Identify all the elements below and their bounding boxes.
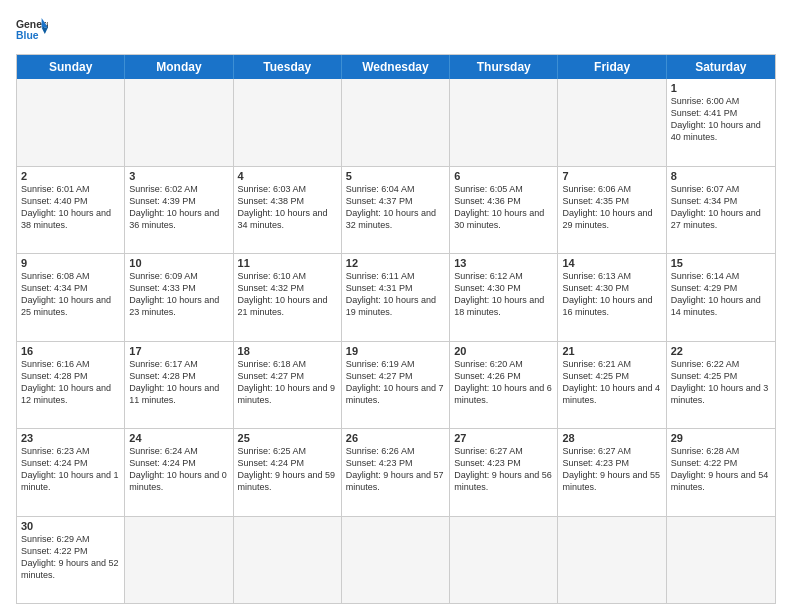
calendar-cell: 7Sunrise: 6:06 AM Sunset: 4:35 PM Daylig… [558,167,666,254]
calendar-cell: 8Sunrise: 6:07 AM Sunset: 4:34 PM Daylig… [667,167,775,254]
calendar-cell [667,517,775,604]
day-number: 3 [129,170,228,182]
svg-marker-3 [42,28,48,34]
calendar-cell [125,517,233,604]
day-number: 7 [562,170,661,182]
day-number: 12 [346,257,445,269]
calendar-row: 23Sunrise: 6:23 AM Sunset: 4:24 PM Dayli… [17,429,775,517]
calendar-row: 30Sunrise: 6:29 AM Sunset: 4:22 PM Dayli… [17,517,775,604]
calendar-cell [342,517,450,604]
calendar-cell: 17Sunrise: 6:17 AM Sunset: 4:28 PM Dayli… [125,342,233,429]
day-info: Sunrise: 6:21 AM Sunset: 4:25 PM Dayligh… [562,358,661,407]
day-number: 21 [562,345,661,357]
day-number: 24 [129,432,228,444]
day-number: 25 [238,432,337,444]
weekday-header: Sunday [17,55,125,79]
calendar-cell [450,517,558,604]
header: General Blue [16,16,776,44]
day-number: 16 [21,345,120,357]
page: General Blue SundayMondayTuesdayWednesda… [0,0,792,612]
calendar-cell: 16Sunrise: 6:16 AM Sunset: 4:28 PM Dayli… [17,342,125,429]
calendar-cell: 20Sunrise: 6:20 AM Sunset: 4:26 PM Dayli… [450,342,558,429]
calendar-cell: 24Sunrise: 6:24 AM Sunset: 4:24 PM Dayli… [125,429,233,516]
day-info: Sunrise: 6:01 AM Sunset: 4:40 PM Dayligh… [21,183,120,232]
day-info: Sunrise: 6:18 AM Sunset: 4:27 PM Dayligh… [238,358,337,407]
weekday-header: Saturday [667,55,775,79]
calendar-cell: 5Sunrise: 6:04 AM Sunset: 4:37 PM Daylig… [342,167,450,254]
day-number: 19 [346,345,445,357]
day-number: 17 [129,345,228,357]
day-info: Sunrise: 6:12 AM Sunset: 4:30 PM Dayligh… [454,270,553,319]
calendar-cell: 10Sunrise: 6:09 AM Sunset: 4:33 PM Dayli… [125,254,233,341]
calendar-cell [234,517,342,604]
calendar-cell: 23Sunrise: 6:23 AM Sunset: 4:24 PM Dayli… [17,429,125,516]
calendar-cell: 27Sunrise: 6:27 AM Sunset: 4:23 PM Dayli… [450,429,558,516]
calendar-cell: 15Sunrise: 6:14 AM Sunset: 4:29 PM Dayli… [667,254,775,341]
day-number: 14 [562,257,661,269]
day-number: 15 [671,257,771,269]
calendar-cell: 9Sunrise: 6:08 AM Sunset: 4:34 PM Daylig… [17,254,125,341]
calendar-cell: 26Sunrise: 6:26 AM Sunset: 4:23 PM Dayli… [342,429,450,516]
calendar-cell: 30Sunrise: 6:29 AM Sunset: 4:22 PM Dayli… [17,517,125,604]
day-info: Sunrise: 6:22 AM Sunset: 4:25 PM Dayligh… [671,358,771,407]
day-info: Sunrise: 6:11 AM Sunset: 4:31 PM Dayligh… [346,270,445,319]
day-number: 30 [21,520,120,532]
day-info: Sunrise: 6:08 AM Sunset: 4:34 PM Dayligh… [21,270,120,319]
day-number: 29 [671,432,771,444]
calendar-body: 1Sunrise: 6:00 AM Sunset: 4:41 PM Daylig… [17,79,775,603]
calendar-cell [558,517,666,604]
day-info: Sunrise: 6:19 AM Sunset: 4:27 PM Dayligh… [346,358,445,407]
calendar-cell: 3Sunrise: 6:02 AM Sunset: 4:39 PM Daylig… [125,167,233,254]
day-info: Sunrise: 6:23 AM Sunset: 4:24 PM Dayligh… [21,445,120,494]
day-info: Sunrise: 6:25 AM Sunset: 4:24 PM Dayligh… [238,445,337,494]
day-info: Sunrise: 6:20 AM Sunset: 4:26 PM Dayligh… [454,358,553,407]
day-number: 1 [671,82,771,94]
day-number: 8 [671,170,771,182]
day-number: 9 [21,257,120,269]
calendar-cell [342,79,450,166]
calendar: SundayMondayTuesdayWednesdayThursdayFrid… [16,54,776,604]
weekday-header: Tuesday [234,55,342,79]
weekday-header: Friday [558,55,666,79]
calendar-cell: 19Sunrise: 6:19 AM Sunset: 4:27 PM Dayli… [342,342,450,429]
calendar-cell [17,79,125,166]
calendar-cell [234,79,342,166]
day-number: 22 [671,345,771,357]
day-number: 11 [238,257,337,269]
day-info: Sunrise: 6:06 AM Sunset: 4:35 PM Dayligh… [562,183,661,232]
day-info: Sunrise: 6:24 AM Sunset: 4:24 PM Dayligh… [129,445,228,494]
day-info: Sunrise: 6:29 AM Sunset: 4:22 PM Dayligh… [21,533,120,582]
calendar-cell [125,79,233,166]
weekday-header: Thursday [450,55,558,79]
calendar-cell: 25Sunrise: 6:25 AM Sunset: 4:24 PM Dayli… [234,429,342,516]
day-info: Sunrise: 6:26 AM Sunset: 4:23 PM Dayligh… [346,445,445,494]
day-number: 5 [346,170,445,182]
day-number: 13 [454,257,553,269]
day-info: Sunrise: 6:14 AM Sunset: 4:29 PM Dayligh… [671,270,771,319]
calendar-cell: 13Sunrise: 6:12 AM Sunset: 4:30 PM Dayli… [450,254,558,341]
calendar-cell: 12Sunrise: 6:11 AM Sunset: 4:31 PM Dayli… [342,254,450,341]
day-number: 18 [238,345,337,357]
weekday-header: Monday [125,55,233,79]
day-info: Sunrise: 6:28 AM Sunset: 4:22 PM Dayligh… [671,445,771,494]
calendar-cell [558,79,666,166]
calendar-cell: 1Sunrise: 6:00 AM Sunset: 4:41 PM Daylig… [667,79,775,166]
calendar-cell: 4Sunrise: 6:03 AM Sunset: 4:38 PM Daylig… [234,167,342,254]
day-info: Sunrise: 6:03 AM Sunset: 4:38 PM Dayligh… [238,183,337,232]
day-info: Sunrise: 6:10 AM Sunset: 4:32 PM Dayligh… [238,270,337,319]
weekday-header: Wednesday [342,55,450,79]
day-number: 28 [562,432,661,444]
day-info: Sunrise: 6:13 AM Sunset: 4:30 PM Dayligh… [562,270,661,319]
calendar-cell [450,79,558,166]
logo-icon: General Blue [16,16,48,44]
day-info: Sunrise: 6:16 AM Sunset: 4:28 PM Dayligh… [21,358,120,407]
day-info: Sunrise: 6:02 AM Sunset: 4:39 PM Dayligh… [129,183,228,232]
calendar-row: 9Sunrise: 6:08 AM Sunset: 4:34 PM Daylig… [17,254,775,342]
calendar-row: 2Sunrise: 6:01 AM Sunset: 4:40 PM Daylig… [17,167,775,255]
calendar-cell: 28Sunrise: 6:27 AM Sunset: 4:23 PM Dayli… [558,429,666,516]
day-number: 4 [238,170,337,182]
day-info: Sunrise: 6:07 AM Sunset: 4:34 PM Dayligh… [671,183,771,232]
day-info: Sunrise: 6:17 AM Sunset: 4:28 PM Dayligh… [129,358,228,407]
day-number: 20 [454,345,553,357]
day-info: Sunrise: 6:09 AM Sunset: 4:33 PM Dayligh… [129,270,228,319]
